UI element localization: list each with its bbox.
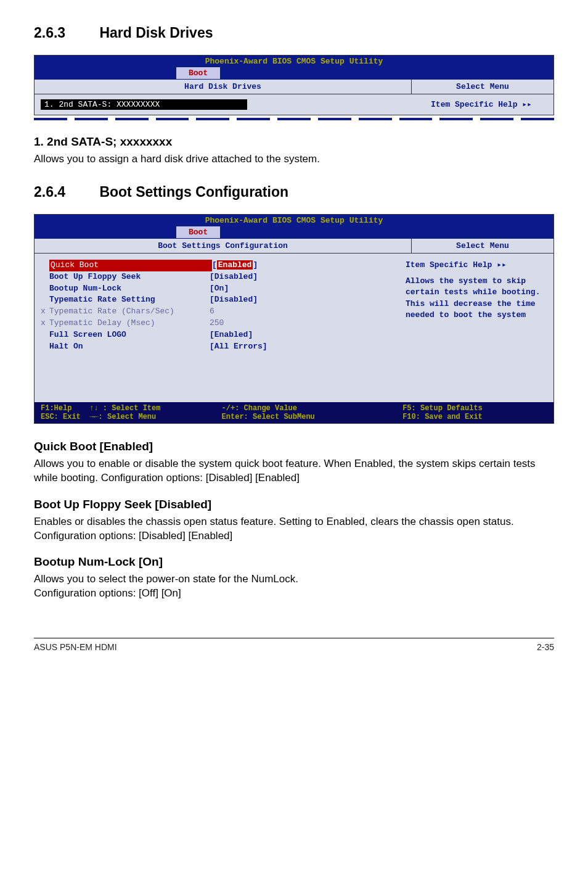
bios-setting-row[interactable]: Boot Up Floppy Seek[Disabled] [41,271,393,283]
bios-tab-boot[interactable]: Boot [176,226,220,238]
bios-right-header: Select Menu [412,80,553,94]
bios-setting-row[interactable]: Typematic Rate Setting[Disabled] [41,294,393,306]
bios-row-prefix [41,260,49,271]
bios-row-value: [Disabled] [210,271,258,283]
bios-row-prefix [41,294,49,306]
section-heading: 2.6.3 Hard Disk Drives [34,25,554,41]
sub-heading: Bootup Num-Lock [On] [34,555,554,569]
bios-window-bootsettings: Phoenix-Award BIOS CMOS Setup Utility Bo… [34,214,554,424]
bios-title: Phoenix-Award BIOS CMOS Setup Utility [35,215,553,226]
bios-left-header: Boot Settings Configuration [35,239,411,254]
bios-row-prefix [41,341,49,353]
body-text: Allows you to select the power-on state … [34,572,554,587]
bios-help-body: Allows the system to skip certain tests … [406,276,547,321]
section-title: Boot Settings Configuration [99,184,288,200]
bios-row-prefix: x [41,306,49,318]
bios-item[interactable]: 1. 2nd SATA-S: XXXXXXXXX [41,99,247,110]
bios-row-label: Typematic Delay (Msec) [49,318,210,329]
bios-row-label: Boot Up Floppy Seek [49,271,210,283]
bios-row-value: [Disabled] [210,294,258,306]
section-number: 2.6.3 [34,25,96,41]
bios-setting-row[interactable]: Full Screen LOGO[Enabled] [41,329,393,341]
bios-tabs: Boot [35,226,553,239]
body-text: Configuration options: [Off] [On] [34,587,554,601]
bios-row-value: 6 [210,306,214,318]
body-text: Allows you to assign a hard disk drive a… [34,152,554,167]
bios-footer: F1:Help ↑↓ : Select Item ESC: Exit →←: S… [35,402,553,423]
body-text: Allows you to enable or disable the syst… [34,457,554,485]
bios-tab-boot[interactable]: Boot [176,67,220,79]
footer-left: ASUS P5N-EM HDMI [34,642,117,652]
bios-title: Phoenix-Award BIOS CMOS Setup Utility [35,56,553,67]
bios-row-value: 250 [210,318,224,329]
bios-left-header: Hard Disk Drives [35,80,411,94]
bios-item-container: 1. 2nd SATA-S: XXXXXXXXX [35,94,409,115]
bios-help-title: Item Specific Help ▸▸ [406,260,547,271]
bios-setting-row[interactable]: Halt On[All Errors] [41,341,393,353]
page-footer: ASUS P5N-EM HDMI 2-35 [34,638,554,652]
sub-heading: Boot Up Floppy Seek [Disabled] [34,498,554,511]
bios-row-label: Typematic Rate (Chars/Sec) [49,306,210,318]
bios-row-value: [Enabled] [212,260,258,271]
bios-row-value: [Enabled] [210,329,253,341]
sub-heading: 1. 2nd SATA-S; xxxxxxxx [34,135,554,149]
bios-right-header: Select Menu [412,239,553,254]
bios-row-label: Halt On [49,341,210,353]
bios-window-hdd: Phoenix-Award BIOS CMOS Setup Utility Bo… [34,55,554,115]
sub-heading: Quick Boot [Enabled] [34,440,554,453]
bios-setting-row[interactable]: Quick Boot[Enabled] [41,260,393,271]
bios-footer-col3: F5: Setup Defaults F10: Save and Exit [402,404,547,421]
bios-setting-row[interactable]: xTypematic Rate (Chars/Sec) 6 [41,306,393,318]
section-heading: 2.6.4 Boot Settings Configuration [34,184,554,200]
bios-setting-row[interactable]: Bootup Num-Lock[On] [41,283,393,295]
bios-footer-col2: -/+: Change Value Enter: Select SubMenu [222,404,403,421]
section-number: 2.6.4 [34,184,96,200]
bios-settings-list: Quick Boot[Enabled]Boot Up Floppy Seek[D… [35,254,399,402]
bios-row-label: Bootup Num-Lock [49,283,210,295]
footer-right: 2-35 [537,642,554,652]
bios-row-label: Full Screen LOGO [49,329,210,341]
bios-footer-col1: F1:Help ↑↓ : Select Item ESC: Exit →←: S… [41,404,222,421]
bios-row-prefix [41,329,49,341]
bios-tabs: Boot [35,67,553,80]
bios-row-prefix [41,271,49,283]
divider [34,118,554,120]
bios-row-value: [On] [210,283,229,295]
bios-help: Item Specific Help ▸▸ [409,94,553,115]
bios-row-label: Typematic Rate Setting [49,294,210,306]
bios-row-prefix [41,283,49,295]
bios-row-prefix: x [41,318,49,329]
bios-row-label: Quick Boot [49,260,212,271]
bios-setting-row[interactable]: xTypematic Delay (Msec) 250 [41,318,393,329]
bios-row-value: [All Errors] [210,341,267,353]
bios-help-panel: Item Specific Help ▸▸ Allows the system … [399,254,553,402]
body-text: Enables or disables the chassis open sta… [34,515,554,543]
section-title: Hard Disk Drives [99,25,213,41]
